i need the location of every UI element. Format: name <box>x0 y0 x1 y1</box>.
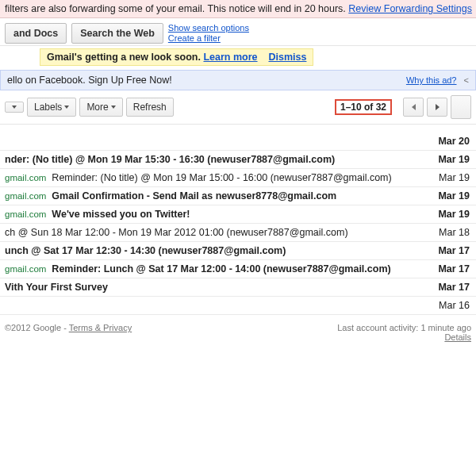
toolbar: Labels More Refresh 1–10 of 32 <box>0 90 476 125</box>
date-label: Mar 19 <box>428 172 471 183</box>
subject-text: Gmail Confirmation - Send Mail as newuse… <box>52 190 428 202</box>
caret-down-icon <box>111 106 116 109</box>
prev-page-button[interactable] <box>403 98 424 117</box>
sender-label: gmail.com <box>5 209 46 219</box>
mail-row[interactable]: gmail.com Gmail Confirmation - Send Mail… <box>0 187 476 205</box>
sender-label: gmail.com <box>5 264 46 274</box>
mail-list: Mar 20nder: (No title) @ Mon 19 Mar 15:3… <box>0 132 476 315</box>
toolbar-dropdown-1[interactable] <box>5 102 24 113</box>
ad-dismiss-icon[interactable]: < <box>464 75 469 85</box>
new-look-promo: Gmail's getting a new look soon. Learn m… <box>40 48 313 66</box>
date-label: Mar 19 <box>428 209 471 220</box>
date-label: Mar 19 <box>428 154 471 165</box>
date-label: Mar 17 <box>428 263 471 274</box>
create-filter-link[interactable]: Create a filter <box>168 33 249 44</box>
notice-text: filters are also forwarding some of your… <box>5 3 348 14</box>
subject-text: Reminder: Lunch @ Sat 17 Mar 12:00 - 14:… <box>52 263 428 274</box>
date-label: Mar 18 <box>428 227 471 238</box>
mail-row[interactable]: unch @ Sat 17 Mar 12:30 - 14:30 (newuser… <box>0 242 476 260</box>
review-forwarding-link[interactable]: Review Forwarding Settings <box>348 3 472 14</box>
ad-bar: ello on Facebook. Sign Up Free Now! Why … <box>0 70 476 90</box>
density-button[interactable] <box>451 95 471 119</box>
page-count: 1–10 of 32 <box>335 99 392 115</box>
subject-text: unch @ Sat 17 Mar 12:30 - 14:30 (newuser… <box>5 245 428 256</box>
mail-row[interactable]: ch @ Sun 18 Mar 12:00 - Mon 19 Mar 2012 … <box>0 224 476 242</box>
footer: ©2012 Google - Terms & Privacy Last acco… <box>0 315 476 350</box>
mail-row[interactable]: Vith Your First SurveyMar 17 <box>0 278 476 297</box>
subject-text: ch @ Sun 18 Mar 12:00 - Mon 19 Mar 2012 … <box>5 227 428 238</box>
mail-row[interactable]: gmail.com Reminder: Lunch @ Sat 17 Mar 1… <box>0 260 476 278</box>
subject-text: nder: (No title) @ Mon 19 Mar 15:30 - 16… <box>5 154 428 165</box>
last-activity-text: Last account activity: 1 minute ago <box>337 323 471 332</box>
search-web-button[interactable]: Search the Web <box>71 23 163 44</box>
caret-down-icon <box>12 106 17 109</box>
details-link[interactable]: Details <box>444 332 471 342</box>
caret-down-icon <box>64 106 69 109</box>
promo-row: Gmail's getting a new look soon. Learn m… <box>0 46 476 70</box>
more-button[interactable]: More <box>79 98 122 117</box>
search-row: and Docs Search the Web Show search opti… <box>0 18 476 46</box>
date-label: Mar 16 <box>428 300 471 311</box>
terms-privacy-link[interactable]: Terms & Privacy <box>69 323 132 332</box>
footer-left: ©2012 Google - Terms & Privacy <box>5 323 132 342</box>
sender-label: gmail.com <box>5 191 46 201</box>
subject-text: Reminder: (No title) @ Mon 19 Mar 15:00 … <box>52 172 428 183</box>
ad-text: ello on Facebook. Sign Up Free Now! <box>7 75 172 86</box>
date-label: Mar 20 <box>428 136 471 147</box>
date-label: Mar 19 <box>428 190 471 202</box>
date-label: Mar 17 <box>428 282 471 293</box>
sender-label: gmail.com <box>5 173 46 182</box>
show-search-options-link[interactable]: Show search options <box>168 23 249 33</box>
mail-row[interactable]: gmail.com We've missed you on Twitter!Ma… <box>0 205 476 224</box>
next-page-button[interactable] <box>427 98 447 117</box>
footer-right: Last account activity: 1 minute ago Deta… <box>337 323 471 342</box>
mail-row[interactable]: nder: (No title) @ Mon 19 Mar 15:30 - 16… <box>0 151 476 169</box>
labels-button[interactable]: Labels <box>27 98 76 117</box>
why-this-ad-link[interactable]: Why this ad? <box>406 75 457 85</box>
mail-row[interactable]: gmail.com Reminder: (No title) @ Mon 19 … <box>0 169 476 187</box>
forwarding-notice: filters are also forwarding some of your… <box>0 0 476 18</box>
mail-row[interactable]: Mar 16 <box>0 297 476 315</box>
mail-row[interactable]: Mar 20 <box>0 132 476 151</box>
refresh-button[interactable]: Refresh <box>126 98 174 117</box>
search-options: Show search options Create a filter <box>168 23 249 44</box>
date-label: Mar 17 <box>428 245 471 256</box>
promo-text: Gmail's getting a new look soon. <box>47 52 203 63</box>
arrow-right-icon <box>436 104 440 110</box>
ad-controls: Why this ad? < <box>406 75 469 85</box>
arrow-left-icon <box>412 104 416 110</box>
promo-learn-more-link[interactable]: Learn more <box>203 52 257 63</box>
copyright-text: ©2012 Google - <box>5 323 69 332</box>
subject-text: Vith Your First Survey <box>5 282 428 293</box>
subject-text: We've missed you on Twitter! <box>52 209 428 220</box>
search-mail-docs-button[interactable]: and Docs <box>5 23 67 44</box>
promo-dismiss-link[interactable]: Dismiss <box>268 52 306 63</box>
